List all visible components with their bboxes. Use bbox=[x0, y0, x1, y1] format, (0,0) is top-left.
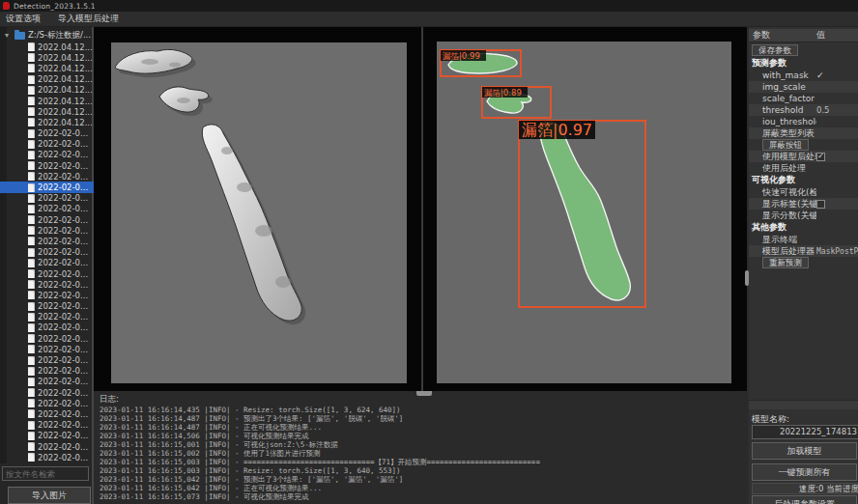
image-splitter[interactable] bbox=[421, 27, 423, 391]
tree-item[interactable]: 2022-02-0... bbox=[0, 387, 94, 398]
source-image-view[interactable] bbox=[111, 42, 407, 383]
tree-item[interactable]: 2022-02-0... bbox=[0, 290, 94, 300]
param-row[interactable]: 模型后处理器MaskPostPro bbox=[749, 245, 858, 257]
param-row[interactable]: img_scale bbox=[749, 81, 858, 93]
tree-item-label: 2022-02-0... bbox=[38, 269, 88, 279]
tree-item[interactable]: 2022.04.12... bbox=[0, 96, 94, 106]
file-icon bbox=[28, 53, 35, 62]
tree-item[interactable]: 2022.04.12... bbox=[0, 74, 94, 85]
chevron-down-icon[interactable]: ▾ bbox=[5, 31, 12, 40]
tree-item[interactable]: 2022-02-0... bbox=[0, 398, 94, 408]
tree-item[interactable]: 2022.04.12... bbox=[0, 42, 94, 52]
tree-item[interactable]: 2022.04.12... bbox=[0, 85, 94, 96]
tree-item[interactable]: 2022.04.12... bbox=[0, 106, 94, 117]
tree-item[interactable]: 2022-02-0... bbox=[0, 171, 94, 182]
tree-item[interactable]: 2022-02-0... bbox=[0, 452, 94, 462]
file-icon bbox=[28, 161, 35, 170]
tree-item[interactable]: 2022-02-0... bbox=[0, 225, 94, 236]
tree-item-label: 2022-02-0... bbox=[38, 291, 88, 300]
param-action-button[interactable]: 重新预测 bbox=[762, 257, 809, 268]
save-params-button[interactable]: 保存参数 bbox=[752, 44, 798, 56]
tree-item[interactable]: 2022-02-0... bbox=[0, 182, 94, 192]
menu-import-model-postprocess[interactable]: 导入模型后处理 bbox=[58, 13, 119, 25]
param-row[interactable]: with_mask✓ bbox=[749, 70, 858, 81]
tree-item[interactable]: 2022.04.12... bbox=[0, 63, 94, 73]
tree-item[interactable]: 2022-02-0... bbox=[0, 333, 94, 344]
tree-item-label: 2022-02-0... bbox=[38, 204, 88, 213]
tree-item[interactable]: 2022-02-0... bbox=[0, 268, 94, 279]
tree-item[interactable]: 2022-02-0... bbox=[0, 139, 94, 150]
param-row[interactable]: 显示终端 bbox=[749, 234, 858, 245]
param-value: 0.5 bbox=[816, 105, 830, 115]
tree-item[interactable]: 2022-02-0... bbox=[0, 236, 94, 246]
tree-item[interactable]: 2022-02-0... bbox=[0, 301, 94, 312]
param-row[interactable]: 使用后处理 bbox=[749, 162, 858, 174]
search-input[interactable] bbox=[2, 466, 89, 481]
tree-item[interactable]: 2022-02-0... bbox=[0, 322, 94, 333]
tree-item-label: 2022-02-0... bbox=[38, 442, 88, 452]
source-image bbox=[111, 42, 407, 383]
file-tree[interactable]: ▾ Z:/S-标注数据/... 2022.04.12...2022.04.12.… bbox=[0, 29, 94, 465]
tree-item[interactable]: 2022-02-0... bbox=[0, 408, 94, 419]
tree-item-label: 2022-02-0... bbox=[38, 301, 88, 311]
file-icon bbox=[28, 302, 35, 311]
tree-item[interactable]: 2022.04.12... bbox=[0, 52, 94, 63]
tree-item[interactable]: 2022-02-0... bbox=[0, 312, 94, 322]
tree-item[interactable]: 2022-02-0... bbox=[0, 204, 94, 214]
param-label: with_mask bbox=[749, 70, 816, 80]
tree-item[interactable]: 2022-02-0... bbox=[0, 214, 94, 225]
param-button-row: 重新预测 bbox=[749, 257, 858, 268]
param-row[interactable]: iou_threshold bbox=[749, 116, 858, 127]
tree-item[interactable]: 2022-02-0... bbox=[0, 258, 94, 268]
param-row[interactable]: 快速可视化(检测) bbox=[749, 186, 858, 198]
param-row[interactable]: 屏蔽类型列表 bbox=[749, 127, 858, 139]
param-row[interactable]: threshold0.5 bbox=[749, 104, 858, 116]
predict-all-button[interactable]: 一键预测所有 bbox=[752, 463, 857, 481]
file-icon bbox=[28, 323, 35, 332]
log-line: 2023-01-11 16:16:15,073 |INFO| - 可视化预测结果… bbox=[100, 492, 745, 501]
param-action-button[interactable]: 屏蔽按钮 bbox=[762, 139, 809, 151]
param-row[interactable]: scale_factor bbox=[749, 93, 858, 104]
horizontal-splitter-grip[interactable] bbox=[416, 391, 432, 396]
tree-root-item[interactable]: ▾ Z:/S-标注数据/... bbox=[0, 29, 94, 42]
param-row[interactable]: 显示分数(关键点) bbox=[749, 210, 858, 221]
tree-item[interactable]: 2022-02-0... bbox=[0, 420, 94, 431]
log-lines: 2023-01-11 16:16:14,435 |INFO| - Resize:… bbox=[100, 406, 745, 501]
postprocess-params-button[interactable]: 后处理参数设置 bbox=[752, 495, 857, 504]
param-value: MaskPostPro bbox=[816, 247, 858, 256]
tree-item[interactable]: 2022-02-0... bbox=[0, 344, 94, 354]
tree-item[interactable]: 2022-02-0... bbox=[0, 128, 94, 139]
tree-item-label: 2022-02-0... bbox=[38, 237, 88, 246]
tree-item[interactable]: 2022-02-0... bbox=[0, 193, 94, 204]
file-icon bbox=[28, 129, 35, 138]
tree-item[interactable]: 2022-02-0... bbox=[0, 377, 94, 387]
tree-item[interactable]: 2022-02-0... bbox=[0, 354, 94, 365]
param-section-header: 其他参数 bbox=[749, 221, 858, 234]
checkbox[interactable]: ✓ bbox=[816, 153, 825, 161]
tree-item[interactable]: 2022-02-0... bbox=[0, 431, 94, 441]
file-icon bbox=[28, 442, 35, 451]
params-header-name: 参数 bbox=[749, 29, 816, 42]
file-icon bbox=[28, 97, 35, 105]
tree-item[interactable]: 2022-02-0... bbox=[0, 366, 94, 377]
param-row[interactable]: 显示标签(关键点) bbox=[749, 198, 858, 210]
checkbox[interactable] bbox=[816, 200, 825, 209]
param-row[interactable]: 使用模型后处理✓ bbox=[749, 151, 858, 162]
tree-item-label: 2022-02-0... bbox=[38, 399, 88, 408]
log-title: 日志: bbox=[100, 394, 119, 406]
menu-settings-options[interactable]: 设置选项 bbox=[6, 13, 41, 25]
param-label: 使用后处理 bbox=[749, 162, 816, 175]
tree-item[interactable]: 2022-02-0... bbox=[0, 150, 94, 160]
detection-label-1: 漏箔|0.99 bbox=[443, 51, 480, 61]
tree-item[interactable]: 2022-02-0... bbox=[0, 441, 94, 452]
prediction-image-view[interactable]: 漏箔|0.99 漏箔|0.89 漏箔|0.97 bbox=[437, 42, 731, 383]
tree-item[interactable]: 2022-02-0... bbox=[0, 279, 94, 290]
import-images-button[interactable]: 导入图片 bbox=[8, 487, 91, 504]
load-model-button[interactable]: 加载模型 bbox=[752, 442, 857, 460]
tree-item[interactable]: 2022-02-0... bbox=[0, 160, 94, 171]
param-label: 屏蔽类型列表 bbox=[749, 127, 816, 140]
tree-item[interactable]: 2022.04.12... bbox=[0, 117, 94, 127]
image-area: 漏箔|0.99 漏箔|0.89 漏箔|0.97 bbox=[94, 27, 747, 391]
model-name-field[interactable]: 20221225_174813 bbox=[752, 425, 858, 439]
tree-item[interactable]: 2022-02-0... bbox=[0, 247, 94, 258]
